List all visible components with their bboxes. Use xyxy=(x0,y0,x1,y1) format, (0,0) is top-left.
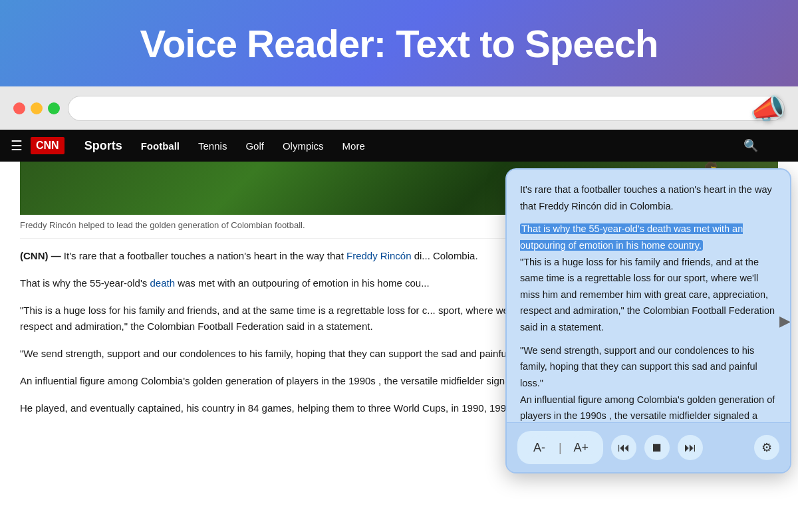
nav-item-tennis[interactable]: Tennis xyxy=(189,130,236,162)
cnn-navbar: ☰ CNN Sports Football Tennis Golf Olympi… xyxy=(0,130,798,162)
popup-para-2: That is why the 55-year-old's death was … xyxy=(520,221,777,335)
app-header: Voice Reader: Text to Speech xyxy=(0,0,798,86)
nav-item-sports[interactable]: Sports xyxy=(75,130,132,162)
app-title: Voice Reader: Text to Speech xyxy=(140,21,658,66)
nav-item-football[interactable]: Football xyxy=(132,130,189,162)
minimize-button[interactable] xyxy=(31,102,43,114)
hamburger-menu-icon[interactable]: ☰ xyxy=(11,138,23,154)
freddy-rincon-link[interactable]: Freddy Rincón xyxy=(346,250,412,261)
voice-reader-popup: It's rare that a footballer touches a na… xyxy=(505,168,791,473)
popup-scroll-area[interactable]: It's rare that a footballer touches a na… xyxy=(507,170,790,422)
stop-button[interactable]: ⏹ xyxy=(644,435,670,460)
nav-item-more[interactable]: More xyxy=(333,130,374,162)
font-size-controls: A- | A+ xyxy=(517,431,603,464)
death-link[interactable]: death xyxy=(150,277,175,289)
rewind-button[interactable]: ⏮ xyxy=(611,435,636,460)
font-decrease-button[interactable]: A- xyxy=(527,435,552,460)
maximize-button[interactable] xyxy=(48,102,60,114)
search-icon[interactable]: 🔍 xyxy=(743,138,758,153)
nav-item-olympics[interactable]: Olympics xyxy=(273,130,333,162)
address-bar[interactable] xyxy=(68,96,785,121)
highlighted-text: That is why the 55-year-old's death was … xyxy=(520,223,743,251)
popup-para-3: "We send strength, support and our condo… xyxy=(520,342,777,422)
popup-scroll-right-icon[interactable]: ▶ xyxy=(779,313,791,330)
traffic-lights xyxy=(13,102,60,114)
font-divider: | xyxy=(559,441,562,455)
nav-item-golf[interactable]: Golf xyxy=(236,130,273,162)
close-button[interactable] xyxy=(13,102,25,114)
main-content: 🏃 Freddy Rincón helped to lead the golde… xyxy=(0,162,798,532)
settings-button[interactable]: ⚙ xyxy=(754,435,779,460)
megaphone-icon: 📣 xyxy=(750,92,785,124)
forward-button[interactable]: ⏭ xyxy=(678,435,703,460)
font-increase-button[interactable]: A+ xyxy=(569,435,594,460)
browser-chrome: 📣 xyxy=(0,86,798,130)
cnn-logo[interactable]: CNN xyxy=(31,137,65,154)
popup-para-1: It's rare that a footballer touches a na… xyxy=(520,182,777,214)
popup-controls: A- | A+ ⏮ ⏹ ⏭ ⚙ xyxy=(507,422,790,472)
